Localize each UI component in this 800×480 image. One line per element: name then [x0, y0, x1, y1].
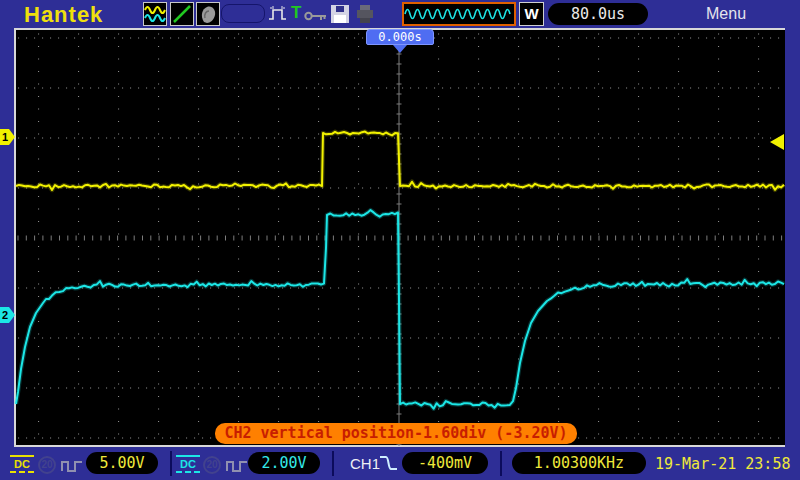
- waveform-display-area: [14, 28, 785, 447]
- menu-button[interactable]: Menu: [706, 5, 746, 23]
- key-glyph: [304, 10, 328, 22]
- oscilloscope-screen: Hantek T: [0, 0, 800, 480]
- status-banner: CH2 vertical position-1.60div (-3.20V): [215, 423, 577, 444]
- printer-icon[interactable]: [354, 4, 376, 29]
- save-floppy-icon[interactable]: [329, 3, 351, 29]
- wide-mode-icon[interactable]: W: [519, 2, 544, 26]
- hand-glyph: [197, 3, 219, 25]
- ch1-bandwidth-badge: 20: [38, 456, 56, 474]
- trigger-level-readout: -400mV: [402, 452, 488, 474]
- dc-dashed-line: [10, 471, 34, 473]
- sine-burst-icon[interactable]: [402, 2, 516, 26]
- ch2-ground-marker[interactable]: 2: [0, 307, 15, 323]
- trigger-t-icon[interactable]: T: [291, 3, 301, 23]
- ch1-coupling-icon[interactable]: DC: [10, 455, 34, 473]
- footer-separator: [332, 451, 334, 476]
- falling-edge-icon: [379, 452, 399, 478]
- dc-solid-line: [10, 455, 34, 457]
- footer-separator: [170, 451, 172, 476]
- hand-icon[interactable]: [196, 2, 220, 26]
- ch1-coupling-label: DC: [14, 458, 30, 470]
- trigger-position-pointer[interactable]: [393, 45, 407, 53]
- ch1-squarewave-icon: [61, 458, 83, 476]
- dual-wave-glyph: [144, 3, 166, 25]
- ch1-scale-readout: 5.00V: [86, 452, 158, 474]
- sine-burst-glyph: [404, 4, 514, 24]
- pulse-glyph: [267, 3, 289, 25]
- dc-dashed-line: [176, 471, 200, 473]
- ch1-ground-marker[interactable]: 1: [0, 129, 15, 145]
- key-lock-icon[interactable]: [304, 8, 328, 26]
- ch2-squarewave-icon: [226, 458, 248, 476]
- ch2-scale-readout: 2.00V: [248, 452, 320, 474]
- floppy-glyph: [329, 3, 351, 25]
- ch2-coupling-label: DC: [180, 458, 196, 470]
- trigger-source-label: CH1: [350, 455, 380, 472]
- ch2-coupling-icon[interactable]: DC: [176, 455, 200, 473]
- trigger-position-tab[interactable]: 0.000s: [366, 29, 434, 45]
- timebase-readout: 80.0us: [548, 3, 648, 25]
- datetime-readout: 19-Mar-21 23:58: [655, 455, 790, 473]
- footer-separator: [500, 451, 502, 476]
- pulse-trigger-icon[interactable]: [267, 3, 289, 29]
- printer-glyph: [354, 4, 376, 25]
- frequency-counter-readout: 1.00300KHz: [512, 452, 646, 474]
- ch2-bandwidth-badge: 20: [203, 456, 221, 474]
- diagonal-line-glyph: [171, 3, 193, 25]
- dual-wave-icon[interactable]: [143, 2, 167, 26]
- brand-logo: Hantek: [24, 2, 103, 28]
- diagonal-line-icon[interactable]: [170, 2, 194, 26]
- empty-status-box: [221, 4, 265, 23]
- dc-solid-line: [176, 455, 200, 457]
